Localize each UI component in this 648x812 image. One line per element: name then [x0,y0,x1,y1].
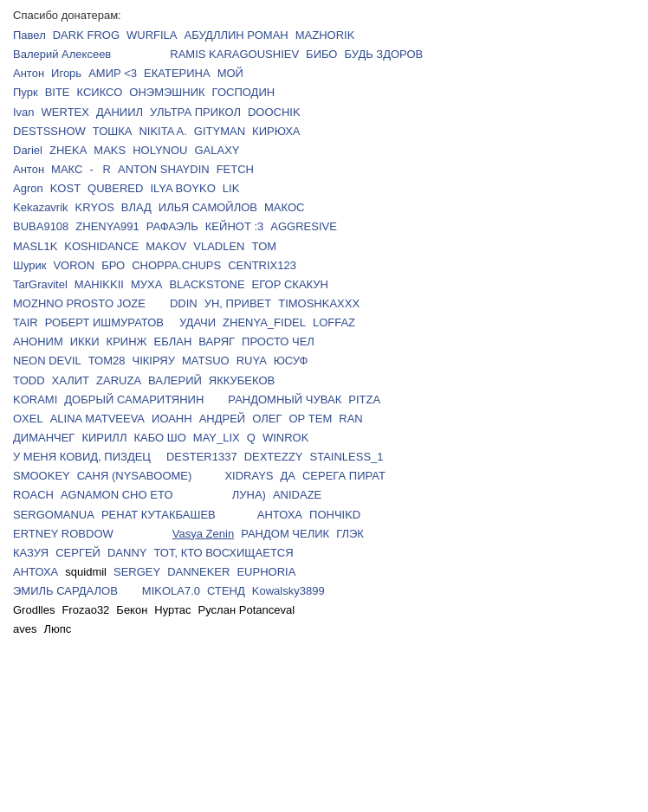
donors-grid: Павел DARK FROG WURFILA АБУДЛЛИН РОМАН M… [13,27,635,639]
donor-name: MAY_LIX [193,429,240,447]
donor-name: ILYA BOYKO [150,180,215,197]
donor-row: ROACH AGNAMON CHO ETO ЛУНА) ANIDAZE [13,487,635,504]
donor-name: KOSHIDANCE [64,238,139,255]
donor-name: OXEL [13,410,43,428]
donor-name: ИЛЬЯ САМОЙЛОВ [159,199,257,216]
donor-name: TOM [252,238,277,255]
donor-name: WURFILA [126,27,178,44]
donor-row: АНТОХА squidmil SERGEY DANNEKER EUPHORIA [13,564,635,581]
donor-name: КЕЙНОТ :3 [205,218,263,235]
donor-name: CENTRIX123 [228,257,296,274]
donor-name: RAMIS KARAGOUSHIEV [170,46,299,63]
donor-name: PITZA [348,391,380,409]
donor-name: ZHENYA_FIDEL [223,314,306,332]
donor-name: БИБО [306,46,337,63]
donor-name: FETCH [217,161,254,178]
donor-name: SERGOMANUA [13,506,94,524]
donor-name: ТОМ28 [88,352,126,370]
donor-name: ИККИ [70,333,100,351]
donor-name: - R [89,161,111,178]
donor-name: АНОНИМ [13,333,63,351]
donor-name: Руслан Potanceval [198,602,295,619]
donor-name: Agron [13,180,43,197]
donor-name: Валерий Алексеев [13,46,111,63]
donor-name: DESTSSHOW [13,123,86,140]
donor-name: КАЗУЯ [13,545,49,562]
donor-name: УЛЬТРА ПРИКОЛ [150,104,241,121]
donor-name: ЕБЛАН [154,333,192,351]
donor-name: ХАЛИТ [52,372,89,390]
donor-name: САНЯ (NYSABOOME) [77,467,192,485]
donor-name: ANTON SHAYDIN [118,161,210,178]
donor-name: Frozao32 [62,602,109,619]
donor-name: ДА [280,467,295,485]
donor-name: Kekazavrik [13,199,68,216]
donor-name: Kowalsky3899 [252,583,325,600]
donor-name: ИОАНН [152,410,192,428]
donor-name: ТОШКА [93,123,133,140]
donor-name: РАФАЭЛЬ [146,218,198,235]
donor-name: VLADLEN [193,238,244,255]
donor-name: LOFFAZ [313,314,355,332]
donor-name: MATSUO [182,352,230,370]
donor-row: ЭМИЛЬ САРДАЛОВ MIKOLA7.0 СТЕНД Kowalsky3… [13,583,635,600]
donor-name: Vasya Zenin [172,525,234,543]
donor-name: РАНДОМНЫЙ ЧУВАК [228,391,341,409]
donor-name: ЕКАТЕРИНА [144,65,211,82]
donor-name: ZHEKA [49,142,87,159]
donor-name: АМИР <3 [88,65,137,82]
donor-name: Шурик [13,257,46,274]
donor-name: DDIN [170,295,198,313]
donor-name: TODD [13,372,45,390]
donor-name: ВЛАД [121,199,152,216]
donor-name: DOOCHIK [248,104,301,121]
donor-row: BUBA9108 ZHENYA991 РАФАЭЛЬ КЕЙНОТ :3 AGG… [13,218,635,235]
donor-name: ЕГОР СКАКУН [252,276,328,293]
donor-row: Валерий Алексеев RAMIS KARAGOUSHIEV БИБО… [13,46,635,63]
donor-name: DEXTEZZY [244,448,303,466]
donor-name: РЕНАТ КУТАКБАШЕВ [101,506,216,524]
donor-name: CHOPPA.CHUPS [132,257,221,274]
donor-name: АНДРЕЙ [199,410,246,428]
donor-name: TarGravitel [13,276,68,293]
donor-name: LIK [223,180,240,197]
donor-name: РОБЕРТ ИШМУРАТОВ [45,314,164,332]
donor-name: УН, ПРИВЕТ [204,295,272,313]
donor-row: SERGOMANUA РЕНАТ КУТАКБАШЕВ АНТОХА ПОНЧI… [13,506,635,524]
donor-row: Шурик VORON БРО CHOPPA.CHUPS CENTRIX123 [13,257,635,274]
donor-name: РАНДОМ ЧЕЛИК [241,525,329,543]
donor-name: КСИКСО [77,84,123,101]
donor-name: MAKOV [146,238,186,255]
donor-name: ПОНЧIKD [309,506,360,524]
donor-name: ALINA MATVEEVA [50,410,145,428]
donor-row: Антон МАКС - R ANTON SHAYDIN FETCH [13,161,635,178]
donor-row: Ivan WERTEX ДАНИИЛ УЛЬТРА ПРИКОЛ DOOCHIK [13,104,635,121]
donor-name: ВАРЯГ [198,333,235,351]
donor-name: Ivan [13,104,35,121]
donor-name: МОЙ [217,65,243,82]
donor-row: Павел DARK FROG WURFILA АБУДЛЛИН РОМАН M… [13,27,635,44]
donor-name: ДИМАНЧЕГ [13,429,75,447]
donor-name: KRYOS [75,199,114,216]
donor-name: ANIDAZE [273,487,321,504]
donor-name: БУДЬ ЗДОРОВ [344,46,423,63]
donor-name: Пурк [13,84,38,101]
donor-name: MAHIKKII [75,276,124,293]
donor-name: Игорь [51,65,81,82]
donor-name: KORAMI [13,391,57,409]
donor-row: TarGravitel MAHIKKII МУХА BLACKSTONE ЕГО… [13,276,635,293]
donor-name: BITE [45,84,70,101]
donor-name: DESTER1337 [166,448,237,466]
donor-name: ГЛЭК [336,525,364,543]
donor-name: МАКС [51,161,82,178]
donor-name: SMOOKEY [13,467,70,485]
donor-name: MOZHNO PROSTO JOZE [13,295,146,313]
donor-name: ЧІКІРЯУ [133,352,176,370]
donor-name: KOST [50,180,81,197]
donor-name: ОНЭМЭШНИК [129,84,204,101]
donor-name: ГОСПОДИН [212,84,275,101]
donor-name: Павел [13,27,46,44]
donor-name: QUBERED [87,180,143,197]
donor-row: DESTSSHOW ТОШКА NIKITA A. GITYMAN КИРЮХА [13,123,635,140]
donor-name: КРИНЖ [107,333,147,351]
